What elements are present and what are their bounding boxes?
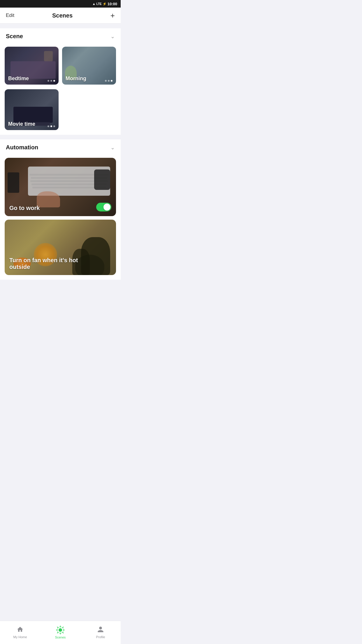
add-button[interactable]: + <box>110 12 115 19</box>
page-title: Scenes <box>52 12 73 19</box>
automation-section-title: Automation <box>6 144 38 151</box>
automation-section-header[interactable]: Automation ⌄ <box>0 139 121 155</box>
movie-background: Movie time <box>5 89 59 130</box>
morning-dots <box>105 80 113 82</box>
automation-label-fan: Turn on fan when it's hot outside <box>9 257 93 270</box>
bedtime-dots <box>48 80 55 82</box>
wifi-icon: ▲ <box>92 2 96 6</box>
edit-button[interactable]: Edit <box>6 13 14 18</box>
automation-card-fan[interactable]: Turn on fan when it's hot outside <box>5 220 116 275</box>
dot-1 <box>105 80 107 82</box>
dot-3 <box>111 80 113 82</box>
dot-2 <box>108 80 110 82</box>
dot-3 <box>53 80 55 82</box>
scene-chevron-icon: ⌄ <box>110 33 115 40</box>
bedtime-background: Bedtime <box>5 47 59 85</box>
status-time: 10:00 <box>108 2 117 6</box>
dot-2 <box>50 80 52 82</box>
battery-icon: ⚡ <box>103 2 107 6</box>
scene-label-morning: Morning <box>66 76 86 82</box>
bag-shape <box>94 169 110 190</box>
toggle-switch-work[interactable] <box>96 203 111 211</box>
dot-3 <box>53 125 55 127</box>
dot-1 <box>48 125 49 127</box>
scene-card-morning[interactable]: Morning <box>62 47 116 85</box>
movie-scene-row: Movie time <box>0 89 121 135</box>
dot-1 <box>48 80 49 82</box>
lte-icon: LTE <box>96 2 102 6</box>
main-content: Scene ⌄ Bedtime Morning <box>0 24 121 303</box>
page-header: Edit Scenes + <box>0 8 121 24</box>
movie-dots <box>48 125 55 127</box>
scene-label-movie: Movie time <box>8 121 35 127</box>
scene-card-movie[interactable]: Movie time <box>5 89 59 130</box>
status-icons: ▲ LTE ⚡ 10:00 <box>92 2 117 6</box>
hand-shape <box>37 191 60 207</box>
status-bar: ▲ LTE ⚡ 10:00 <box>0 0 121 8</box>
automation-card-work[interactable]: Go to work <box>5 158 116 216</box>
scene-grid: Bedtime Morning <box>0 44 121 89</box>
toggle-work[interactable] <box>96 203 111 211</box>
scene-section-header[interactable]: Scene ⌄ <box>0 28 121 44</box>
morning-background: Morning <box>62 47 116 85</box>
scene-card-bedtime[interactable]: Bedtime <box>5 47 59 85</box>
dot-2 <box>50 125 52 127</box>
scene-section-title: Scene <box>6 33 23 40</box>
automation-cards: Go to work Turn on fan when it's hot out… <box>0 155 121 280</box>
scene-label-bedtime: Bedtime <box>8 76 29 82</box>
automation-label-work: Go to work <box>9 205 40 211</box>
automation-chevron-icon: ⌄ <box>110 144 115 151</box>
